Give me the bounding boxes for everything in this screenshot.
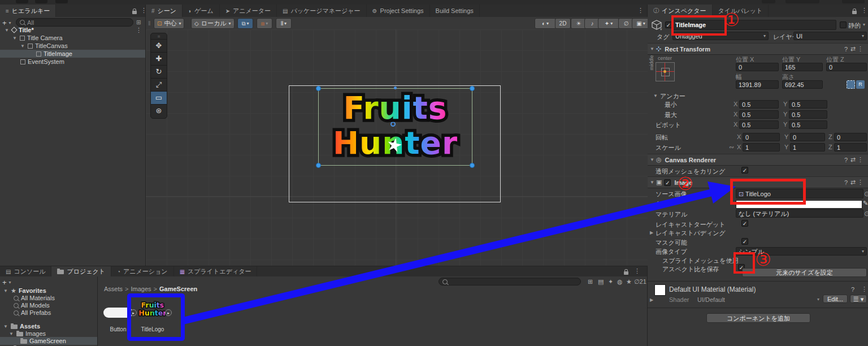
tool-orientation-dropdown[interactable]: ◇ ローカル▾ — [191, 18, 235, 29]
maskable-checkbox[interactable]: ✓ — [741, 238, 748, 245]
blueprint-mode-button[interactable] — [847, 80, 855, 89]
tab-sprite-editor[interactable]: ▦スプライトエディター — [174, 266, 258, 276]
eyedropper-icon[interactable]: ✎ — [863, 200, 868, 207]
favorites-filter-icon[interactable]: ★ — [626, 278, 632, 286]
foldout-icon[interactable]: ▼ — [12, 36, 18, 41]
rotation-z-field[interactable]: 0 — [834, 133, 867, 141]
tab-animation[interactable]: ◔アニメーション — [111, 266, 174, 276]
grid-snap-toggle[interactable]: ⧉▾ — [237, 18, 253, 29]
asset-store-icon[interactable]: ▤ — [598, 278, 604, 286]
rect-transform-header[interactable]: ▼ ⊹ Rect Transform ? ⇄ ⋮ — [648, 43, 868, 55]
lock-icon[interactable] — [624, 269, 628, 276]
scale-x-field[interactable]: 1 — [743, 143, 780, 152]
help-icon[interactable]: ? — [844, 179, 848, 186]
tab-console[interactable]: ▤コンソール — [0, 266, 51, 276]
foldout-icon[interactable]: ▼ — [5, 28, 10, 33]
tab-project-settings[interactable]: ⚙Project Settings — [367, 5, 430, 17]
rotation-y-field[interactable]: 0 — [790, 133, 825, 141]
pos-x-field[interactable]: 0 — [736, 63, 779, 71]
menu-dots-icon[interactable]: ⋮ — [861, 7, 867, 14]
raycast-target-checkbox[interactable]: ✓ — [741, 220, 748, 227]
menu-dots-icon[interactable]: ⋮ — [861, 286, 867, 293]
overlay-drag-handle[interactable]: = — [151, 34, 167, 39]
pos-z-field[interactable]: 0 — [826, 63, 867, 71]
hand-tool[interactable]: ✥ — [151, 39, 167, 52]
help-icon[interactable]: ? — [844, 46, 848, 53]
transform-tool[interactable]: ⊛ — [151, 104, 167, 117]
menu-dots-icon[interactable]: ⋮ — [637, 7, 644, 14]
height-field[interactable]: 692.45 — [782, 80, 823, 89]
help-icon[interactable]: ? — [844, 157, 848, 163]
move-tool[interactable]: ✚ — [151, 52, 167, 65]
rect-handle-br[interactable] — [470, 163, 475, 168]
breadcrumb-images[interactable]: Images — [131, 286, 151, 292]
material-field[interactable]: なし (マテリアル) — [736, 209, 863, 218]
hierarchy-item-camera[interactable]: ▼ Title Camera — [0, 34, 145, 42]
lock-icon[interactable] — [132, 8, 137, 15]
increment-snap-toggle[interactable]: ⧈▾ — [257, 18, 272, 29]
shader-dropdown-caret[interactable]: ▾ — [817, 297, 819, 302]
padding-foldout-icon[interactable]: ▶ — [650, 230, 655, 235]
hierarchy-item-titleimage[interactable]: TitleImage — [0, 50, 145, 58]
hierarchy-item-eventsystem[interactable]: EventSystem — [0, 58, 145, 66]
rotate-tool[interactable]: ↻ — [151, 65, 167, 78]
pos-y-field[interactable]: 165 — [782, 63, 823, 71]
tab-hierarchy[interactable]: ≡ ヒエラルキー — [0, 5, 56, 17]
2d-mode-toggle[interactable]: 2D — [555, 18, 571, 29]
static-checkbox[interactable] — [840, 21, 847, 28]
breadcrumb-assets[interactable]: Assets — [104, 286, 123, 292]
create-asset-button[interactable]: +▾ — [2, 278, 11, 287]
hierarchy-search-input[interactable]: All — [16, 18, 133, 27]
menu-dots-icon[interactable]: ⋮ — [857, 156, 863, 163]
tree-gamescreen[interactable]: GameScreen — [0, 337, 97, 345]
scale-tool[interactable]: ⤢ — [151, 78, 167, 91]
favorite-all-prefabs[interactable]: All Prefabs — [0, 309, 97, 317]
hierarchy-item-canvas[interactable]: ▼ TitleCanvas — [0, 42, 145, 50]
effects-dropdown[interactable]: ✦▾ — [598, 18, 619, 29]
rect-tool[interactable]: ▭ — [151, 91, 167, 104]
tab-game[interactable]: ◗ゲーム — [183, 5, 220, 17]
rect-handle-bl[interactable] — [316, 163, 321, 168]
material-list-button[interactable]: ☰ ▾ — [850, 295, 867, 303]
tree-images[interactable]: ▼ Images — [0, 330, 97, 338]
favorite-all-models[interactable]: All Models — [0, 301, 97, 309]
link-scale-icon[interactable]: ∾ — [729, 144, 734, 151]
effects-filter-icon[interactable]: ✦ — [608, 278, 613, 286]
presets-icon[interactable]: ⇄ — [850, 179, 856, 186]
anchors-foldout-icon[interactable]: ▼ — [653, 93, 658, 98]
type-filter-icon[interactable]: ◍ — [617, 278, 623, 286]
rotation-x-field[interactable]: 0 — [743, 133, 780, 141]
tab-project[interactable]: プロジェクト — [51, 266, 111, 276]
tab-animator[interactable]: ➤アニメーター — [220, 5, 277, 17]
anchor-max-y-field[interactable]: 0.5 — [789, 110, 827, 119]
hidden-count-icon[interactable]: ∅21 — [634, 278, 646, 286]
foldout-icon[interactable]: ▼ — [650, 46, 655, 51]
scale-y-field[interactable]: 1 — [790, 143, 825, 152]
favorites-root[interactable]: ▼ ★ Favorites — [0, 287, 97, 295]
raw-edit-mode-button[interactable]: R — [856, 80, 865, 89]
help-icon[interactable]: ? — [851, 286, 854, 293]
tab-build-settings[interactable]: Build Settings — [430, 5, 480, 17]
lock-icon[interactable] — [852, 8, 857, 15]
anchor-preset-widget[interactable] — [656, 62, 675, 81]
width-field[interactable]: 1391.89 — [736, 80, 779, 89]
tool-pivot-dropdown[interactable]: ⊡ 中心▾ — [154, 18, 184, 29]
breadcrumb-gamescreen[interactable]: GameScreen — [159, 286, 197, 292]
canvas-renderer-header[interactable]: ▼ ◎ Canvas Renderer ? ⇄ ⋮ — [648, 154, 868, 166]
pivot-x-field[interactable]: 0.5 — [739, 120, 779, 129]
foldout-icon[interactable]: ▼ — [650, 157, 655, 162]
hierarchy-item-scene[interactable]: ▼ Title* ⋮ — [0, 26, 145, 34]
layer-dropdown[interactable]: UI▾ — [793, 32, 867, 40]
add-component-button[interactable]: コンポーネントを追加 — [706, 313, 810, 323]
object-picker-icon[interactable]: ⊙ — [864, 210, 868, 217]
favorite-all-materials[interactable]: All Materials — [0, 294, 97, 302]
project-search-input[interactable] — [439, 278, 581, 286]
tree-assets[interactable]: ▼ Assets — [0, 322, 97, 330]
cull-transparent-checkbox[interactable]: ✓ — [741, 167, 748, 174]
scene-viewport[interactable]: = ✥ ✚ ↻ ⤢ ▭ ⊛ Fruits Fruits — [146, 29, 648, 266]
edit-shader-button[interactable]: Edit... — [823, 295, 848, 303]
menu-dots-icon[interactable]: ⋮ — [857, 45, 863, 53]
layout-icon[interactable]: ⊞ — [588, 278, 593, 286]
anchor-min-x-field[interactable]: 0.5 — [739, 100, 779, 109]
tab-package-manager[interactable]: ▤パッケージマネージャー — [277, 5, 367, 17]
